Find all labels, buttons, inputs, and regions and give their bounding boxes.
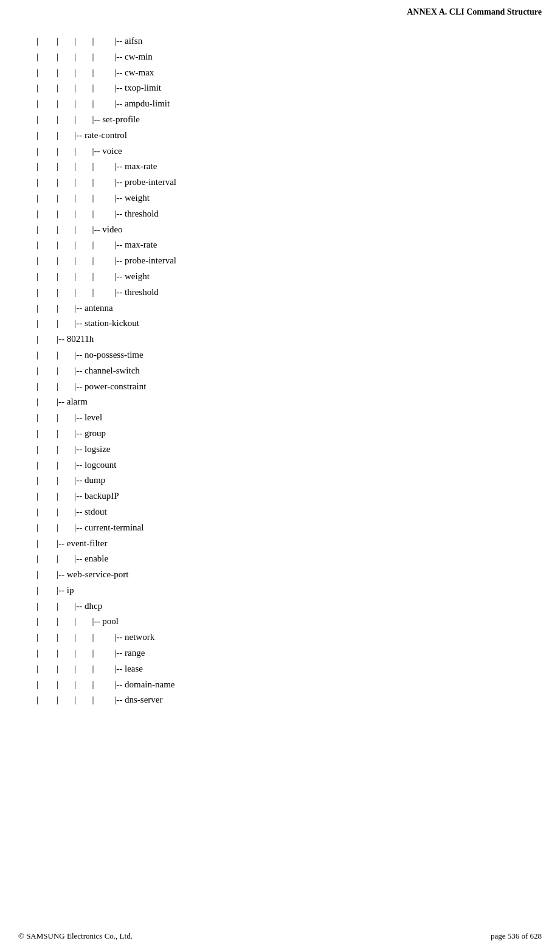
tree-line: | | | | |-- domain-name <box>36 677 542 693</box>
tree-line: | | | | |-- dns-server <box>36 692 542 708</box>
tree-line: | | | | |-- range <box>36 645 542 661</box>
tree-line: | | | |-- video <box>36 222 542 238</box>
tree-line: | |-- ip <box>36 583 542 599</box>
tree-line: | | | | |-- max-rate <box>36 159 542 175</box>
tree-line: | | |-- logsize <box>36 442 542 457</box>
tree-container: | | | | |-- aifsn| | | | |-- cw-min| | |… <box>36 33 542 708</box>
tree-line: | | |-- rate-control <box>36 128 542 144</box>
tree-line: | | | | |-- txop-limit <box>36 80 542 96</box>
tree-line: | |-- 80211h <box>36 332 542 347</box>
tree-line: | | | | |-- ampdu-limit <box>36 96 542 112</box>
tree-line: | | |-- channel-switch <box>36 363 542 379</box>
tree-line: | | |-- group <box>36 426 542 442</box>
tree-line: | | | | |-- cw-max <box>36 65 542 81</box>
footer-right: page 536 of 628 <box>491 931 542 941</box>
tree-line: | | | | |-- weight <box>36 190 542 206</box>
tree-line: | |-- event-filter <box>36 536 542 552</box>
tree-line: | | |-- current-terminal <box>36 520 542 536</box>
tree-line: | |-- web-service-port <box>36 567 542 583</box>
footer-left: © SAMSUNG Electronics Co., Ltd. <box>18 931 133 941</box>
tree-line: | | | |-- pool <box>36 614 542 630</box>
tree-line: | | | |-- set-profile <box>36 112 542 128</box>
tree-line: | |-- alarm <box>36 394 542 410</box>
tree-line: | | | | |-- aifsn <box>36 33 542 49</box>
tree-line: | | | | |-- lease <box>36 661 542 677</box>
tree-line: | | | | |-- threshold <box>36 206 542 222</box>
tree-line: | | |-- no-possess-time <box>36 347 542 363</box>
tree-line: | | |-- backupIP <box>36 488 542 504</box>
tree-line: | | | |-- voice <box>36 144 542 159</box>
page-header: ANNEX A. CLI Command Structure <box>407 7 542 17</box>
tree-line: | | |-- logcount <box>36 457 542 473</box>
tree-line: | | |-- enable <box>36 551 542 567</box>
tree-line: | | |-- power-constraint <box>36 379 542 395</box>
tree-line: | | |-- stdout <box>36 504 542 520</box>
tree-line: | | |-- antenna <box>36 301 542 316</box>
tree-line: | | | | |-- probe-interval <box>36 253 542 269</box>
tree-line: | | | | |-- probe-interval <box>36 175 542 190</box>
tree-line: | | | | |-- network <box>36 630 542 645</box>
header-title: ANNEX A. CLI Command Structure <box>407 7 542 16</box>
tree-line: | | | | |-- cw-min <box>36 49 542 65</box>
tree-line: | | | | |-- weight <box>36 269 542 285</box>
tree-line: | | |-- station-kickout <box>36 316 542 332</box>
tree-line: | | | | |-- threshold <box>36 285 542 301</box>
tree-line: | | |-- dump <box>36 473 542 488</box>
main-content: | | | | |-- aifsn| | | | |-- cw-min| | |… <box>36 33 542 708</box>
tree-line: | | | | |-- max-rate <box>36 237 542 253</box>
tree-line: | | |-- level <box>36 410 542 426</box>
tree-line: | | |-- dhcp <box>36 599 542 614</box>
